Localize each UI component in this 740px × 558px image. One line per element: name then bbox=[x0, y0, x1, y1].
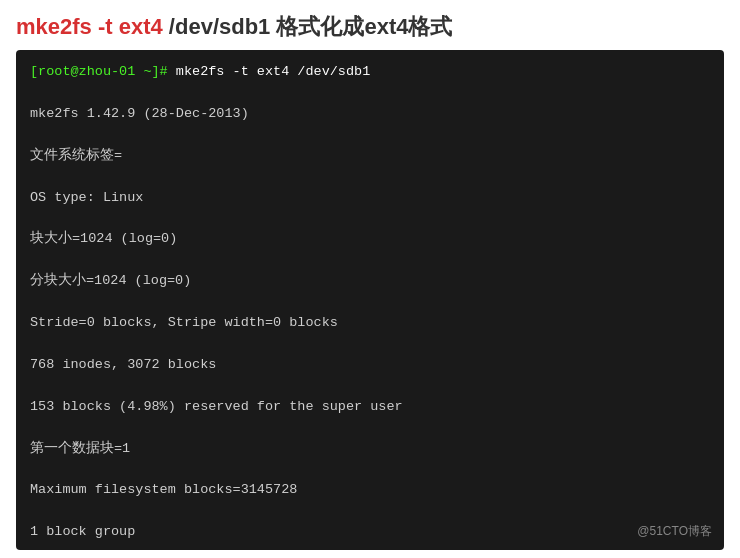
terminal-output: [root@zhou-01 ~]# mke2fs -t ext4 /dev/sd… bbox=[16, 50, 724, 550]
title-bar: mke2fs -t ext4 /dev/sdb1 格式化成ext4格式 bbox=[0, 0, 740, 50]
title-cmd: mke2fs -t ext4 bbox=[16, 14, 163, 39]
page-title: mke2fs -t ext4 /dev/sdb1 格式化成ext4格式 bbox=[16, 12, 724, 42]
title-desc: /dev/sdb1 格式化成ext4格式 bbox=[163, 14, 453, 39]
terminal-wrapper: [root@zhou-01 ~]# mke2fs -t ext4 /dev/sd… bbox=[16, 50, 724, 550]
watermark: @51CTO博客 bbox=[637, 523, 712, 540]
page-container: mke2fs -t ext4 /dev/sdb1 格式化成ext4格式 [roo… bbox=[0, 0, 740, 558]
